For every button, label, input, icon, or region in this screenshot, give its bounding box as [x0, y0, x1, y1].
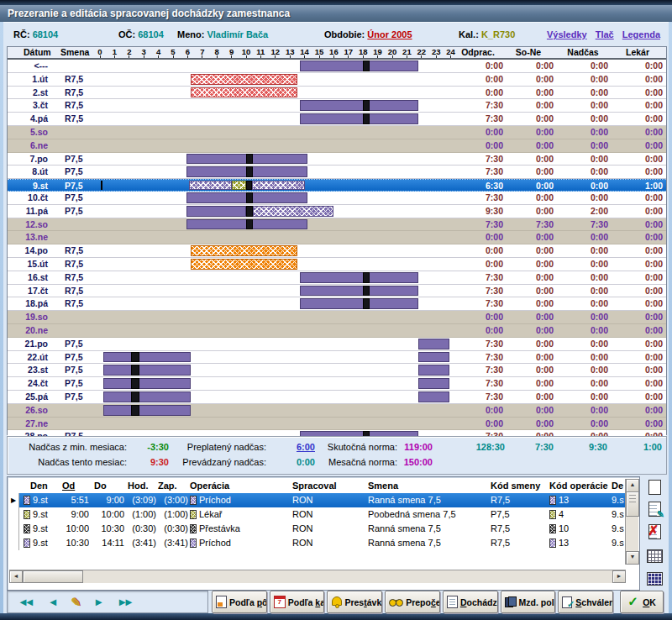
shift-bar[interactable]	[300, 113, 418, 124]
shift-bar[interactable]	[300, 298, 418, 309]
attendance-row[interactable]: 22.útP7,57:300:000:000:00	[8, 351, 666, 365]
break-bar[interactable]	[131, 391, 139, 402]
operation-row[interactable]: 9.st10:3014:11(3:41)(3:41)PríchodRONRann…	[8, 536, 625, 550]
link-legenda[interactable]: Legenda	[622, 29, 660, 39]
attendance-row[interactable]: 20.ne0:000:000:000:00	[8, 324, 666, 338]
shift-bar[interactable]	[252, 181, 305, 190]
vertical-scrollbar[interactable]: ▲ ▼	[625, 479, 638, 565]
attendance-row[interactable]: 7.poP7,57:300:000:000:00	[8, 153, 666, 166]
shift-bar[interactable]	[103, 405, 191, 416]
break-bar[interactable]	[131, 365, 139, 376]
next-record-icon[interactable]: ►	[93, 596, 104, 607]
new-record-icon[interactable]	[645, 478, 664, 497]
shift-bar[interactable]	[418, 339, 449, 349]
shift-bar[interactable]	[191, 74, 297, 85]
button-pod-a-p-v-d[interactable]: Podľa pôv.d	[212, 591, 267, 613]
table-col-header[interactable]: Od	[62, 479, 75, 493]
break-bar[interactable]	[246, 206, 253, 217]
attendance-row[interactable]: 9.stP7,56:300:000:001:00	[8, 179, 666, 192]
attendance-row[interactable]: 1.útR7,50:000:000:000:00	[8, 73, 666, 87]
delete-record-icon[interactable]: ✗	[645, 523, 664, 541]
break-bar[interactable]	[363, 100, 370, 111]
shift-bar[interactable]	[300, 272, 418, 283]
attendance-row[interactable]: 15.útR7,50:000:000:000:00	[8, 258, 666, 271]
button-ok[interactable]: OK	[620, 591, 664, 613]
break-bar[interactable]	[246, 181, 252, 190]
attendance-row[interactable]: 6.ne0:000:000:000:00	[8, 139, 666, 153]
button-prepo-et[interactable]: Prepočet	[385, 591, 440, 613]
shift-bar[interactable]	[418, 365, 449, 376]
attendance-row[interactable]: 27.ne0:000:000:000:00	[8, 418, 666, 431]
shift-bar[interactable]	[103, 365, 191, 376]
attendance-row[interactable]: 23.stP7,57:300:000:000:00	[8, 364, 666, 377]
scroll-up-icon[interactable]: ▲	[626, 479, 639, 492]
table-col-header[interactable]: Kód operácie	[549, 479, 608, 493]
break-bar[interactable]	[363, 60, 370, 71]
vertical-scroll-thumb[interactable]	[626, 491, 639, 517]
attendance-row[interactable]: 21.poP7,57:300:000:000:00	[8, 338, 666, 351]
attendance-row[interactable]: 16.stR7,57:300:000:000:00	[8, 271, 666, 285]
shift-bar[interactable]	[103, 391, 191, 402]
horizontal-scrollbar[interactable]: ◄ ►	[9, 570, 626, 583]
break-bar[interactable]	[131, 378, 139, 389]
button-pod-a-kal[interactable]: Podľa kal.	[270, 591, 325, 613]
break-bar[interactable]	[246, 219, 253, 230]
break-bar[interactable]	[131, 352, 139, 363]
attendance-row[interactable]: 24.čtP7,57:300:000:000:00	[8, 377, 666, 391]
link-vysledky[interactable]: Výsledky	[547, 29, 587, 39]
attendance-row[interactable]: 12.so7:307:307:300:00	[8, 218, 666, 232]
attendance-row[interactable]: 11.páP7,59:300:002:000:00	[8, 205, 666, 218]
first-record-icon[interactable]: ◄◄	[18, 596, 35, 607]
attendance-row[interactable]: 13.ne0:000:000:000:00	[8, 231, 666, 244]
edit-record-icon[interactable]: ✎	[645, 500, 664, 518]
previous-record-icon[interactable]: ◄	[48, 596, 59, 607]
edit-pencil-icon[interactable]: ✎	[71, 596, 81, 608]
table-col-header[interactable]: Zap.	[158, 479, 177, 493]
table-col-header[interactable]: Den	[30, 479, 48, 493]
attendance-row[interactable]: 2.stR7,50:000:000:000:00	[8, 87, 666, 100]
scroll-down-icon[interactable]: ▼	[626, 551, 639, 565]
attendance-row[interactable]: 25.páP7,57:300:000:000:00	[8, 391, 666, 404]
horizontal-scroll-thumb[interactable]	[23, 570, 83, 583]
table-col-header[interactable]: Spracoval	[292, 479, 337, 493]
break-bar[interactable]	[246, 192, 253, 203]
link-tlac[interactable]: Tlač	[596, 29, 614, 39]
table-col-header[interactable]: Smena	[368, 479, 398, 493]
table-col-header[interactable]: Kód smeny	[491, 479, 540, 493]
break-bar[interactable]	[363, 113, 370, 124]
break-bar[interactable]	[246, 154, 253, 165]
shift-bar[interactable]	[300, 60, 418, 71]
shift-bar[interactable]	[300, 286, 418, 297]
shift-bar[interactable]	[300, 100, 418, 111]
attendance-row[interactable]: 8.útP7,57:300:000:000:00	[8, 166, 666, 179]
operation-row[interactable]: ▶9.st5:519:00(3:09)(3:00)PríchodRONRanná…	[8, 493, 625, 507]
operation-row[interactable]: 9.st10:0010:30(0:30)(0:30)PřestávkaRONRa…	[8, 522, 625, 536]
attendance-row[interactable]: 3.čtR7,57:300:000:000:00	[8, 99, 666, 113]
shift-bar[interactable]	[186, 206, 246, 217]
shift-bar[interactable]	[418, 352, 449, 363]
shift-bar[interactable]	[418, 378, 449, 389]
attendance-row[interactable]: 17.čtR7,57:300:000:000:00	[8, 285, 666, 298]
attendance-row[interactable]: 4.páR7,57:300:000:000:00	[8, 113, 666, 126]
period-value[interactable]: Únor 2005	[367, 29, 412, 39]
calendar-light-icon[interactable]	[645, 546, 664, 565]
attendance-row[interactable]: 18.páR7,57:300:000:000:00	[8, 297, 666, 311]
shift-bar[interactable]	[191, 259, 297, 270]
attendance-row[interactable]: 10.čtP7,57:300:000:000:00	[8, 192, 666, 205]
break-bar[interactable]	[246, 166, 253, 177]
table-col-header[interactable]: Do	[94, 479, 107, 493]
shift-bar[interactable]	[103, 378, 191, 389]
break-bar[interactable]	[363, 286, 370, 297]
table-col-header[interactable]: De	[612, 479, 623, 493]
calendar-dark-icon[interactable]	[645, 569, 664, 587]
table-col-header[interactable]: Operácia	[190, 479, 229, 493]
shift-bar[interactable]	[191, 87, 297, 98]
shift-bar[interactable]	[103, 352, 191, 363]
break-bar[interactable]	[363, 272, 370, 283]
shift-bar[interactable]	[191, 245, 297, 256]
button-mzd-pol[interactable]: Mzd. pol.	[501, 591, 556, 613]
shift-bar[interactable]	[418, 391, 449, 402]
scroll-left-icon[interactable]: ◄	[9, 570, 23, 583]
scroll-right-icon[interactable]: ►	[612, 570, 626, 583]
button-schv-lenie[interactable]: Schválenie	[558, 591, 613, 613]
